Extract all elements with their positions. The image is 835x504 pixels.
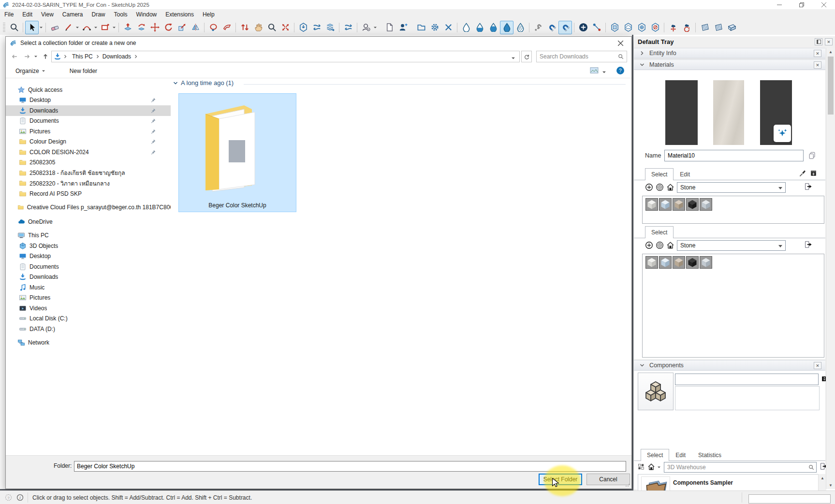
menu-item[interactable]: Camera (58, 11, 88, 18)
dimension-tool[interactable] (590, 21, 603, 34)
breadcrumb-segment[interactable]: Downloads (100, 53, 138, 60)
layers-forward-button[interactable] (323, 21, 337, 34)
menu-item[interactable]: Help (198, 11, 219, 18)
up-button[interactable] (40, 51, 51, 62)
material-swatch[interactable] (645, 256, 658, 269)
line-tool[interactable] (61, 21, 75, 34)
search-box[interactable] (536, 51, 627, 62)
components-tab[interactable]: Statistics (692, 449, 728, 461)
material-swatch[interactable] (673, 256, 685, 269)
sidebar-item[interactable]: Videos (6, 303, 171, 314)
offset-tool[interactable] (238, 21, 251, 34)
sidebar-item[interactable]: Documents (6, 116, 171, 127)
material-swatch[interactable] (659, 198, 672, 211)
materials-tab[interactable]: Edit (674, 168, 696, 180)
tray-dock-button[interactable] (815, 38, 822, 45)
hex-cloud-button[interactable] (621, 21, 635, 34)
material-swatch[interactable] (659, 256, 672, 269)
secondary-collection-dropdown[interactable]: Stone (677, 240, 786, 251)
tray-close-button[interactable]: ✕ (825, 38, 833, 45)
measurements-box[interactable] (748, 494, 831, 504)
tool-dropdown-caret[interactable] (93, 21, 98, 34)
materials-secondary-tab[interactable]: Select (645, 226, 674, 238)
pan-tool[interactable] (251, 21, 265, 34)
paint-opacity-50[interactable] (473, 21, 486, 34)
address-dropdown-caret[interactable] (511, 55, 515, 62)
navigation-caret[interactable] (657, 465, 661, 469)
material-swatch[interactable] (700, 256, 712, 269)
component-name-input[interactable] (675, 374, 819, 385)
refresh-button[interactable] (521, 51, 532, 62)
snap-off-button[interactable] (531, 21, 545, 34)
minimize-button[interactable] (768, 0, 791, 9)
sidebar-item[interactable]: Documents (6, 261, 171, 272)
sidebar-item-creative-cloud[interactable]: Creative Cloud Files p_sarayut@beger.co.… (6, 202, 171, 213)
material-swatch[interactable] (686, 198, 699, 211)
rotate-tool[interactable] (161, 21, 175, 34)
zoom-tool[interactable] (265, 21, 278, 34)
tool-dropdown-caret[interactable] (75, 21, 80, 34)
menu-item[interactable]: Extensions (161, 11, 198, 18)
sidebar-item[interactable]: Local Disk (C:) (6, 314, 171, 324)
menu-item[interactable]: Tools (110, 11, 132, 18)
address-bar[interactable]: This PCDownloads (51, 51, 520, 62)
organize-button[interactable]: Organize (15, 68, 45, 74)
change-view-button[interactable] (590, 67, 599, 76)
materials-header[interactable]: Materials ✕ (634, 59, 825, 70)
open-collection-button[interactable] (414, 21, 428, 34)
components-header[interactable]: Components ✕ (634, 360, 825, 371)
eraser-tool[interactable] (48, 21, 61, 34)
material-swatch[interactable] (700, 198, 712, 211)
move-tool[interactable] (148, 21, 161, 34)
toolbar-grip[interactable] (3, 23, 5, 32)
follow-me-tool[interactable] (134, 21, 148, 34)
collection-details-button[interactable] (804, 240, 812, 249)
materials-close-button[interactable]: ✕ (814, 61, 821, 69)
paint-opacity-100[interactable] (500, 21, 513, 34)
close-collection-button[interactable] (441, 21, 455, 34)
sidebar-item[interactable]: Desktop (6, 251, 171, 262)
sidebar-item[interactable]: Pictures (6, 126, 171, 137)
group-header[interactable]: A long time ago (1) (173, 79, 234, 86)
select-tool[interactable] (25, 21, 39, 34)
sidebar-item[interactable]: 25082320 - วิภาดา เหมือนกลาง (6, 178, 171, 189)
dialog-close-button[interactable] (609, 37, 631, 49)
sidebar-item[interactable]: Music (6, 282, 171, 293)
sidebar-item-quick-access[interactable]: Quick access (6, 85, 171, 95)
forward-button[interactable] (21, 51, 33, 62)
sync-gear-button[interactable] (341, 21, 355, 34)
sidebar-item-this-pc[interactable]: This PC (6, 230, 171, 241)
materials-tab[interactable]: Select (645, 168, 674, 180)
snap-active-button[interactable] (558, 21, 572, 34)
hex-box-button[interactable] (608, 21, 621, 34)
paint-texture[interactable] (513, 21, 527, 34)
scale-tool[interactable] (175, 21, 189, 34)
menu-item[interactable]: File (0, 11, 18, 18)
back-button[interactable] (9, 51, 20, 62)
menu-item[interactable]: Draw (88, 11, 110, 18)
cloud-rotate-button[interactable] (680, 21, 693, 34)
import-model-button[interactable] (296, 21, 310, 34)
swap-arrows-button[interactable] (310, 21, 323, 34)
lasso-paint-tool[interactable] (206, 21, 220, 34)
resize-grip[interactable] (625, 482, 630, 487)
sidebar-item[interactable]: 25082318 - ก้องเกียรติ ช้อยชาญชัยกุล (6, 168, 171, 178)
paint-opacity-0[interactable] (459, 21, 473, 34)
back-to-collection-icon[interactable] (645, 183, 653, 191)
cancel-button[interactable]: Cancel (586, 474, 630, 485)
sidebar-item[interactable]: 25082305 (6, 158, 171, 168)
collection-settings-button[interactable] (428, 21, 441, 34)
material-swatch[interactable] (645, 198, 658, 211)
components-tab[interactable]: Edit (669, 449, 692, 461)
sidebar-item[interactable]: Pictures (6, 293, 171, 303)
menu-item[interactable]: Window (132, 11, 161, 18)
menu-item[interactable]: View (37, 11, 58, 18)
sidebar-item[interactable]: Record AI PSD SKP (6, 188, 171, 199)
sidebar-item[interactable]: COLOR DESIGN-2024 (6, 147, 171, 158)
hatch-panel-2[interactable] (711, 21, 725, 34)
sidebar-item[interactable]: Colour Design (6, 137, 171, 147)
sidebar-item[interactable]: 3D Objects (6, 241, 171, 251)
view-dropdown-caret[interactable] (602, 69, 606, 76)
menu-item[interactable]: Edit (18, 11, 37, 18)
new-file-button[interactable] (382, 21, 396, 34)
